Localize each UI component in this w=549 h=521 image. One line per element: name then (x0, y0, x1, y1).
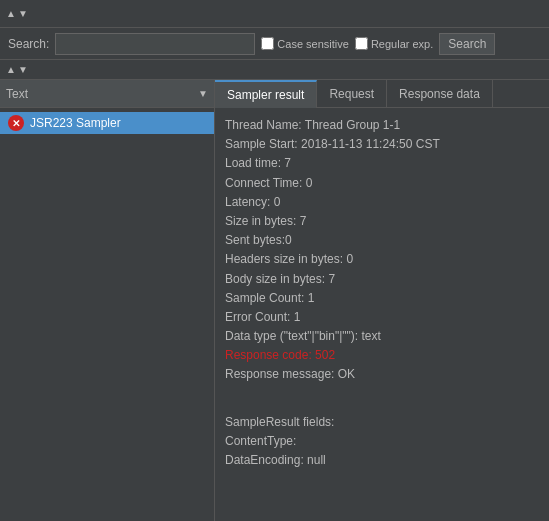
case-sensitive-label: Case sensitive (277, 38, 349, 50)
toolbar-row1: ▲ ▼ (0, 0, 549, 28)
tab-response-data[interactable]: Response data (387, 80, 493, 108)
result-line-8: Body size in bytes: 7 (225, 270, 539, 289)
result-line-16: SampleResult fields: (225, 413, 539, 432)
result-line-10: Error Count: 1 (225, 308, 539, 327)
result-line-15 (225, 399, 539, 413)
result-line-11: Data type ("text"|"bin"|""): text (225, 327, 539, 346)
search-label: Search: (8, 37, 49, 51)
tab-request[interactable]: Request (317, 80, 387, 108)
left-panel: Text ▼ ✕ JSR223 Sampler (0, 80, 215, 521)
tree-item-label: JSR223 Sampler (30, 116, 121, 130)
result-line-7: Headers size in bytes: 0 (225, 250, 539, 269)
tabs-bar: Sampler result Request Response data (215, 80, 549, 108)
result-line-4: Latency: 0 (225, 193, 539, 212)
search-bar: Search: Case sensitive Regular exp. Sear… (0, 28, 549, 60)
result-line-2: Load time: 7 (225, 154, 539, 173)
search-input[interactable] (55, 33, 255, 55)
result-line-17: ContentType: (225, 432, 539, 451)
result-line-9: Sample Count: 1 (225, 289, 539, 308)
toolbar-arrow-up[interactable]: ▲ (6, 8, 16, 19)
result-line-0: Thread Name: Thread Group 1-1 (225, 116, 539, 135)
main-area: Text ▼ ✕ JSR223 Sampler Sampler result R… (0, 80, 549, 521)
left-panel-title: Text (6, 87, 194, 101)
result-line-3: Connect Time: 0 (225, 174, 539, 193)
result-line-14 (225, 385, 539, 399)
toolbar-arrow-down[interactable]: ▼ (18, 8, 28, 19)
tree-item-jsr223[interactable]: ✕ JSR223 Sampler (0, 112, 214, 134)
left-panel-content: ✕ JSR223 Sampler (0, 108, 214, 521)
case-sensitive-group: Case sensitive (261, 37, 349, 50)
result-line-1: Sample Start: 2018-11-13 11:24:50 CST (225, 135, 539, 154)
right-panel: Sampler result Request Response data Thr… (215, 80, 549, 521)
error-icon: ✕ (8, 115, 24, 131)
sampler-result-content: Thread Name: Thread Group 1-1Sample Star… (215, 108, 549, 521)
regular-exp-group: Regular exp. (355, 37, 433, 50)
result-line-13: Response message: OK (225, 365, 539, 384)
left-panel-header: Text ▼ (0, 80, 214, 108)
regular-exp-checkbox[interactable] (355, 37, 368, 50)
toolbar-row2: ▲ ▼ (0, 60, 549, 80)
result-line-5: Size in bytes: 7 (225, 212, 539, 231)
result-line-12: Response code: 502 (225, 346, 539, 365)
case-sensitive-checkbox[interactable] (261, 37, 274, 50)
result-line-18: DataEncoding: null (225, 451, 539, 470)
left-panel-dropdown-arrow[interactable]: ▼ (198, 88, 208, 99)
tab-sampler-result[interactable]: Sampler result (215, 80, 317, 108)
search-button[interactable]: Search (439, 33, 495, 55)
result-line-6: Sent bytes:0 (225, 231, 539, 250)
regular-exp-label: Regular exp. (371, 38, 433, 50)
toolbar2-arrow-up[interactable]: ▲ (6, 64, 16, 75)
toolbar2-arrow-down[interactable]: ▼ (18, 64, 28, 75)
